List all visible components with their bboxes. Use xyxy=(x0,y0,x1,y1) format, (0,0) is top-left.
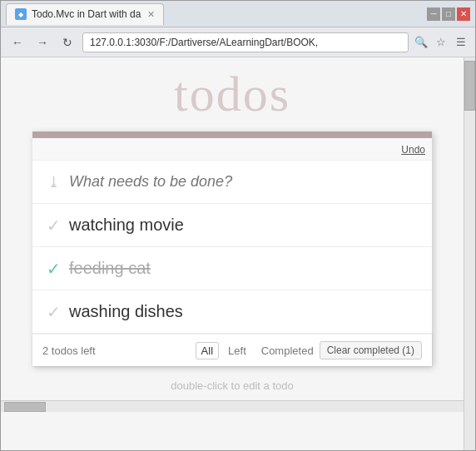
todo-container: Undo ⤓ ✓ watching movie ✓ feeding cat xyxy=(32,131,432,366)
close-button[interactable]: ✕ xyxy=(457,7,470,21)
scrollbar[interactable] xyxy=(464,57,475,450)
maximize-button[interactable]: □ xyxy=(442,7,455,21)
address-bar: ← → ↻ 🔍 ☆ ☰ xyxy=(1,27,475,57)
todo-filters: All Left Completed xyxy=(196,342,320,359)
app-title: todos xyxy=(174,66,290,123)
address-icons: 🔍 ☆ ☰ xyxy=(414,35,469,50)
page-inner: todos Undo ⤓ ✓ watching movie xyxy=(1,57,475,400)
todo-checkbox-3[interactable]: ✓ xyxy=(41,300,66,325)
todo-footer: 2 todos left All Left Completed Clear co… xyxy=(32,334,432,366)
new-todo-row: ⤓ xyxy=(32,161,432,204)
toggle-all-button[interactable]: ⤓ xyxy=(41,170,66,195)
reload-button[interactable]: ↻ xyxy=(57,32,77,52)
undo-button[interactable]: Undo xyxy=(401,144,425,156)
todo-text-2: feeding cat xyxy=(69,259,424,278)
page-content: todos Undo ⤓ ✓ watching movie xyxy=(1,57,475,450)
bookmark-icon[interactable]: ☆ xyxy=(434,35,449,50)
tab-title: Todo.Mvc in Dart with da xyxy=(32,8,141,20)
browser-window: Todo.Mvc in Dart with da ✕ ─ □ ✕ ← → ↻ 🔍… xyxy=(0,0,476,451)
bottom-scrollbar[interactable] xyxy=(1,400,475,412)
todo-text-1: watching movie xyxy=(69,216,424,235)
filter-all-button[interactable]: All xyxy=(196,342,219,359)
tab-close-button[interactable]: ✕ xyxy=(147,9,155,20)
clear-completed-button[interactable]: Clear completed (1) xyxy=(320,341,422,359)
bottom-scrollbar-thumb[interactable] xyxy=(4,402,46,412)
filter-completed-button[interactable]: Completed xyxy=(255,342,320,359)
todo-item-1: ✓ watching movie xyxy=(32,204,432,247)
filter-left-button[interactable]: Left xyxy=(222,342,252,359)
browser-tab[interactable]: Todo.Mvc in Dart with da ✕ xyxy=(6,3,164,25)
page-hint: double-click to edit a todo xyxy=(171,379,293,392)
search-icon[interactable]: 🔍 xyxy=(414,35,429,50)
todo-text-3: washing dishes xyxy=(69,302,424,321)
window-controls: ─ □ ✕ xyxy=(427,7,470,21)
todo-checkbox-2[interactable]: ✓ xyxy=(41,256,66,281)
scrollbar-thumb[interactable] xyxy=(464,61,475,111)
new-todo-input[interactable] xyxy=(69,173,424,191)
undo-bar: Undo xyxy=(32,138,432,161)
title-bar: Todo.Mvc in Dart with da ✕ ─ □ ✕ xyxy=(1,1,475,27)
address-input[interactable] xyxy=(82,32,409,52)
todo-header-bar xyxy=(32,131,432,138)
todo-item-2: ✓ feeding cat xyxy=(32,247,432,290)
back-button[interactable]: ← xyxy=(7,32,27,52)
forward-button[interactable]: → xyxy=(32,32,52,52)
minimize-button[interactable]: ─ xyxy=(427,7,440,21)
todo-count: 2 todos left xyxy=(42,344,196,357)
todo-item-3: ✓ washing dishes xyxy=(32,290,432,334)
tab-favicon xyxy=(15,8,27,20)
menu-icon[interactable]: ☰ xyxy=(454,35,469,50)
todo-checkbox-1[interactable]: ✓ xyxy=(41,213,66,238)
